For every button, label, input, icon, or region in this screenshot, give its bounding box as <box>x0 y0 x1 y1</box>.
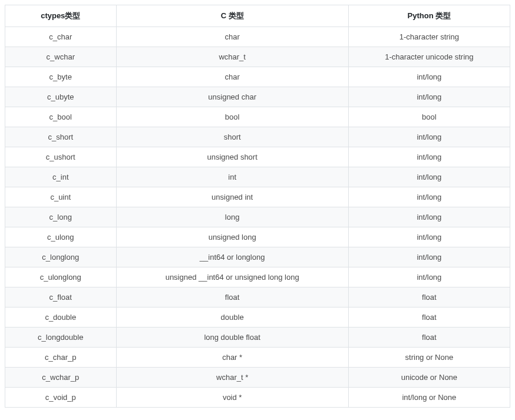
table-cell: int/long <box>348 167 510 187</box>
table-cell: c_bool <box>5 107 117 127</box>
table-cell: c_wchar <box>5 47 117 67</box>
table-cell: c_ushort <box>5 147 117 167</box>
table-cell: string or None <box>348 348 510 368</box>
table-cell: wchar_t * <box>116 368 348 388</box>
table-cell: double <box>116 307 348 328</box>
table-cell: float <box>116 287 348 307</box>
table-row: c_shortshortint/long <box>5 127 510 147</box>
table-row: c_wchar_pwchar_t *unicode or None <box>5 368 510 388</box>
table-cell: unicode or None <box>348 368 510 388</box>
table-cell: long double float <box>116 328 348 348</box>
table-cell: unsigned long <box>116 227 348 247</box>
table-cell: unsigned short <box>116 147 348 167</box>
table-row: c_boolboolbool <box>5 107 510 127</box>
table-cell: c_char <box>5 27 117 47</box>
table-row: c_longlong__int64 or longlongint/long <box>5 247 510 267</box>
table-row: c_uintunsigned intint/long <box>5 187 510 207</box>
table-cell: c_long <box>5 207 117 227</box>
table-cell: c_ulonglong <box>5 267 117 287</box>
table-cell: c_float <box>5 287 117 307</box>
table-cell: __int64 or longlong <box>116 247 348 267</box>
header-ctypes: ctypes类型 <box>5 5 117 27</box>
table-cell: int/long <box>348 67 510 87</box>
table-cell: int/long <box>348 267 510 287</box>
table-cell: c_uint <box>5 187 117 207</box>
table-cell: int/long <box>348 187 510 207</box>
table-row: c_char_pchar *string or None <box>5 348 510 368</box>
table-row: c_ubyteunsigned charint/long <box>5 87 510 107</box>
table-row: c_void_pvoid *int/long or None <box>5 388 510 408</box>
table-cell: 1-character string <box>348 27 510 47</box>
table-cell: char * <box>116 348 348 368</box>
table-cell: char <box>116 27 348 47</box>
table-row: c_ulongunsigned longint/long <box>5 227 510 247</box>
table-cell: c_byte <box>5 67 117 87</box>
table-cell: long <box>116 207 348 227</box>
table-cell: unsigned char <box>116 87 348 107</box>
table-cell: c_double <box>5 307 117 328</box>
table-row: c_ushortunsigned shortint/long <box>5 147 510 167</box>
table-cell: c_ubyte <box>5 87 117 107</box>
table-cell: unsigned int <box>116 187 348 207</box>
table-row: c_ulonglongunsigned __int64 or unsigned … <box>5 267 510 287</box>
table-header-row: ctypes类型 C 类型 Python 类型 <box>5 5 510 27</box>
table-row: c_wcharwchar_t1-character unicode string <box>5 47 510 67</box>
table-cell: char <box>116 67 348 87</box>
table-cell: c_longlong <box>5 247 117 267</box>
table-cell: int/long <box>348 147 510 167</box>
header-python-type: Python 类型 <box>348 5 510 27</box>
table-cell: c_char_p <box>5 348 117 368</box>
header-c-type: C 类型 <box>116 5 348 27</box>
table-cell: c_void_p <box>5 388 117 408</box>
table-row: c_floatfloatfloat <box>5 287 510 307</box>
table-cell: short <box>116 127 348 147</box>
table-cell: c_short <box>5 127 117 147</box>
table-cell: 1-character unicode string <box>348 47 510 67</box>
table-row: c_charchar1-character string <box>5 27 510 47</box>
table-cell: int/long <box>348 127 510 147</box>
table-cell: bool <box>348 107 510 127</box>
table-cell: float <box>348 307 510 328</box>
table-cell: int <box>116 167 348 187</box>
table-body: c_charchar1-character stringc_wcharwchar… <box>5 27 510 408</box>
ctypes-mapping-table: ctypes类型 C 类型 Python 类型 c_charchar1-char… <box>5 5 510 408</box>
table-cell: bool <box>116 107 348 127</box>
table-cell: void * <box>116 388 348 408</box>
table-cell: c_ulong <box>5 227 117 247</box>
table-cell: int/long or None <box>348 388 510 408</box>
table-cell: int/long <box>348 247 510 267</box>
table-cell: c_int <box>5 167 117 187</box>
table-row: c_longdoublelong double floatfloat <box>5 328 510 348</box>
table-cell: int/long <box>348 227 510 247</box>
table-row: c_intintint/long <box>5 167 510 187</box>
table-cell: wchar_t <box>116 47 348 67</box>
table-cell: c_wchar_p <box>5 368 117 388</box>
table-cell: float <box>348 328 510 348</box>
table-row: c_longlongint/long <box>5 207 510 227</box>
table-cell: float <box>348 287 510 307</box>
table-row: c_bytecharint/long <box>5 67 510 87</box>
table-cell: unsigned __int64 or unsigned long long <box>116 267 348 287</box>
table-cell: c_longdouble <box>5 328 117 348</box>
table-cell: int/long <box>348 207 510 227</box>
table-cell: int/long <box>348 87 510 107</box>
table-row: c_doubledoublefloat <box>5 307 510 328</box>
